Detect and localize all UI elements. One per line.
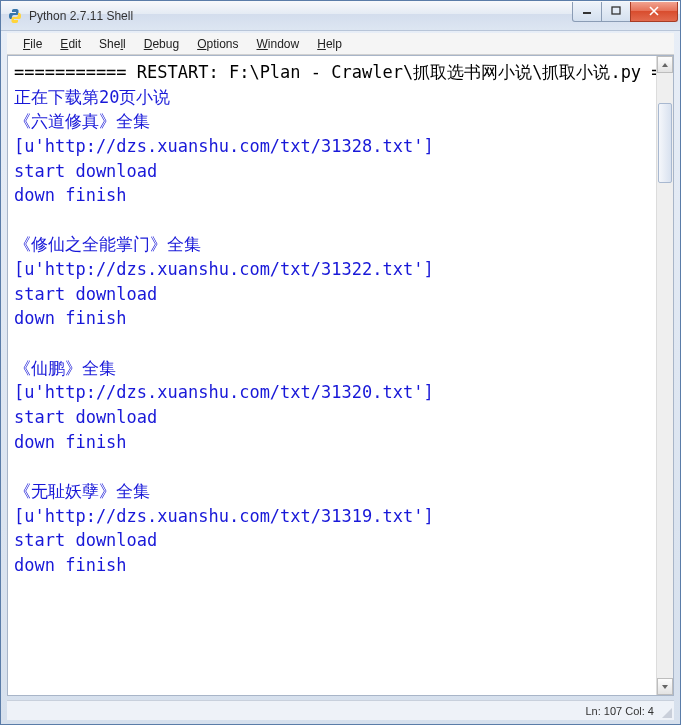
window-title: Python 2.7.11 Shell bbox=[29, 9, 573, 23]
output-line: down finish bbox=[14, 432, 127, 452]
output-line: start download bbox=[14, 530, 157, 550]
output-line: down finish bbox=[14, 555, 127, 575]
titlebar[interactable]: Python 2.7.11 Shell bbox=[1, 1, 680, 31]
app-window: Python 2.7.11 Shell File Edit Shell Debu… bbox=[0, 0, 681, 725]
cursor-position: Ln: 107 Col: 4 bbox=[586, 705, 655, 717]
output-line: start download bbox=[14, 284, 157, 304]
shell-output[interactable]: =========== RESTART: F:\Plan - Crawler\抓… bbox=[8, 56, 656, 695]
output-line: 《六道修真》全集 bbox=[14, 111, 150, 131]
svg-rect-1 bbox=[612, 7, 620, 14]
close-button[interactable] bbox=[630, 2, 678, 22]
menubar: File Edit Shell Debug Options Window Hel… bbox=[7, 33, 674, 55]
menu-options[interactable]: Options bbox=[189, 35, 246, 53]
output-line: 《无耻妖孽》全集 bbox=[14, 481, 150, 501]
window-controls bbox=[573, 2, 678, 22]
output-line: 《修仙之全能掌门》全集 bbox=[14, 234, 201, 254]
output-line: [u'http://dzs.xuanshu.com/txt/31319.txt'… bbox=[14, 506, 434, 526]
python-icon bbox=[7, 8, 23, 24]
menu-shell[interactable]: Shell bbox=[91, 35, 134, 53]
statusbar: Ln: 107 Col: 4 bbox=[7, 700, 674, 720]
menu-debug[interactable]: Debug bbox=[136, 35, 187, 53]
scroll-up-button[interactable] bbox=[657, 56, 673, 73]
scroll-thumb[interactable] bbox=[658, 103, 672, 183]
svg-rect-0 bbox=[583, 12, 591, 14]
scroll-track[interactable] bbox=[657, 73, 673, 678]
menu-window[interactable]: Window bbox=[249, 35, 308, 53]
minimize-button[interactable] bbox=[572, 2, 602, 22]
output-line: down finish bbox=[14, 308, 127, 328]
output-line: start download bbox=[14, 161, 157, 181]
output-line: [u'http://dzs.xuanshu.com/txt/31320.txt'… bbox=[14, 382, 434, 402]
resize-grip-icon[interactable] bbox=[660, 706, 672, 718]
output-line: start download bbox=[14, 407, 157, 427]
output-line: [u'http://dzs.xuanshu.com/txt/31322.txt'… bbox=[14, 259, 434, 279]
vertical-scrollbar[interactable] bbox=[656, 56, 673, 695]
output-line: down finish bbox=[14, 185, 127, 205]
menu-edit[interactable]: Edit bbox=[52, 35, 89, 53]
restart-line: =========== RESTART: F:\Plan - Crawler\抓… bbox=[14, 62, 656, 82]
client-area: =========== RESTART: F:\Plan - Crawler\抓… bbox=[7, 55, 674, 696]
menu-help[interactable]: Help bbox=[309, 35, 350, 53]
menu-file[interactable]: File bbox=[15, 35, 50, 53]
output-line: 《仙鹏》全集 bbox=[14, 358, 116, 378]
maximize-button[interactable] bbox=[601, 2, 631, 22]
output-line: [u'http://dzs.xuanshu.com/txt/31328.txt'… bbox=[14, 136, 434, 156]
output-line: 正在下载第20页小说 bbox=[14, 87, 170, 107]
scroll-down-button[interactable] bbox=[657, 678, 673, 695]
